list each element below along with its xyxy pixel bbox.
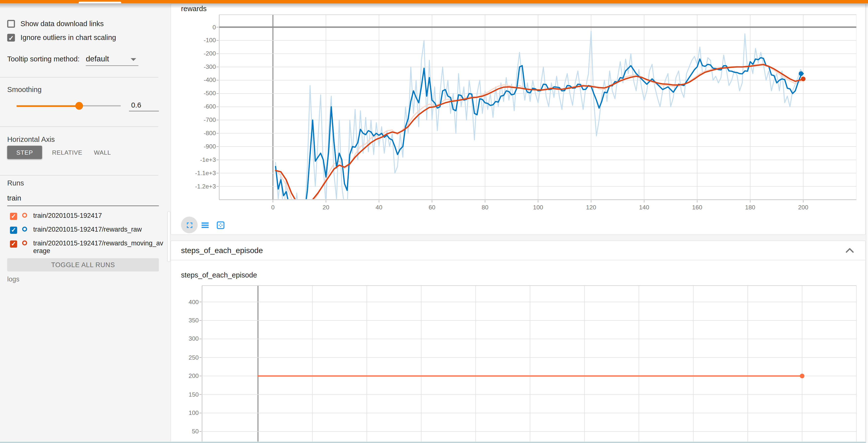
ignore-outliers-checkbox[interactable]: ✓ xyxy=(7,34,15,41)
expand-chart-button[interactable] xyxy=(182,217,197,233)
y-tick-label: 400 xyxy=(166,298,199,305)
steps-section-title: steps_of_each_episode xyxy=(181,246,263,255)
tensorboard-app: Show data download links ✓ Ignore outlie… xyxy=(0,0,868,443)
run-label: train/20201015-192417 xyxy=(33,212,165,219)
smoothing-value-input[interactable] xyxy=(129,101,159,112)
y-tick-label: -800 xyxy=(183,130,216,137)
run-checkbox[interactable]: ✓ xyxy=(10,227,17,234)
bottom-edge-strip xyxy=(0,442,868,443)
x-tick-label: 140 xyxy=(630,204,658,211)
y-tick-label: 250 xyxy=(166,354,199,361)
runs-heading: Runs xyxy=(7,179,24,187)
axis-wall-button[interactable]: WALL xyxy=(90,146,115,159)
show-download-links-row[interactable]: Show data download links xyxy=(7,20,104,28)
active-tab-indicator xyxy=(79,2,121,3)
sidebar-scrollbar-thumb[interactable] xyxy=(167,211,170,262)
run-checkbox[interactable]: ✓ xyxy=(10,240,17,248)
chart-toolbar xyxy=(182,217,228,233)
logs-path-label: logs xyxy=(7,275,19,283)
show-download-links-checkbox[interactable] xyxy=(7,20,15,27)
x-tick-label: 60 xyxy=(418,204,446,211)
toggle-all-runs-button[interactable]: TOGGLE ALL RUNS xyxy=(7,258,159,272)
y-tick-label: -600 xyxy=(183,103,216,110)
y-tick-label: -1.2e+3 xyxy=(183,183,216,189)
ignore-outliers-label: Ignore outliers in chart scaling xyxy=(21,33,116,42)
y-tick-label: 150 xyxy=(166,391,199,397)
y-tick-label: 300 xyxy=(166,335,199,342)
ignore-outliers-row[interactable]: ✓ Ignore outliers in chart scaling xyxy=(7,33,116,42)
x-tick-label: 180 xyxy=(736,204,764,211)
runs-filter-input[interactable] xyxy=(7,194,159,206)
divider xyxy=(0,175,158,176)
steps-chart-canvas[interactable] xyxy=(199,285,859,443)
x-tick-label: 80 xyxy=(471,204,499,211)
rewards-chart-title: rewards xyxy=(181,4,207,13)
collapse-chevron-icon[interactable] xyxy=(845,246,855,255)
smoothing-label: Smoothing xyxy=(7,85,42,94)
y-tick-label: 0 xyxy=(183,24,216,30)
run-label: train/20201015-192417/rewards_raw xyxy=(33,226,165,233)
y-tick-label: -1.1e+3 xyxy=(183,170,216,176)
run-row[interactable]: ✓ train/20201015-192417/rewards_moving_a… xyxy=(10,240,165,255)
steps-section-header[interactable]: steps_of_each_episode xyxy=(170,240,866,261)
x-tick-label: 100 xyxy=(524,204,552,211)
x-tick-label: 40 xyxy=(365,204,393,211)
rewards-chart-canvas[interactable] xyxy=(216,14,857,203)
fullscreen-icon xyxy=(185,220,194,230)
y-tick-label: -500 xyxy=(183,90,216,96)
run-row[interactable]: ✓ train/20201015-192417/rewards_raw xyxy=(10,226,165,234)
x-tick-label: 20 xyxy=(312,204,340,211)
dropdown-arrow-icon xyxy=(131,58,136,61)
y-tick-label: -200 xyxy=(183,50,216,57)
x-tick-label: 120 xyxy=(577,204,605,211)
axis-relative-button[interactable]: RELATIVE xyxy=(49,146,80,159)
horizontal-axis-label: Horizontal Axis xyxy=(7,135,55,144)
run-label: train/20201015-192417/rewards_moving_ave… xyxy=(33,240,165,255)
y-tick-label: -100 xyxy=(183,37,216,43)
runs-selector-button[interactable] xyxy=(197,217,213,233)
steps-chart-title: steps_of_each_episode xyxy=(181,271,257,279)
fit-to-data-icon xyxy=(216,220,225,230)
smoothing-slider-fill xyxy=(17,105,79,107)
y-tick-label: 100 xyxy=(166,409,199,416)
y-tick-label: -1e+3 xyxy=(183,156,216,163)
settings-sidebar: Show data download links ✓ Ignore outlie… xyxy=(0,3,166,443)
x-tick-label: 160 xyxy=(683,204,711,211)
top-toolbar xyxy=(0,0,868,3)
tooltip-sorting-label: Tooltip sorting method: xyxy=(7,55,80,63)
y-tick-label: -900 xyxy=(183,143,216,150)
x-tick-label: 200 xyxy=(789,204,817,211)
x-tick-label: 0 xyxy=(259,204,287,211)
y-tick-label: -300 xyxy=(183,63,216,70)
y-tick-label: 50 xyxy=(166,428,199,435)
run-checkbox[interactable]: ✓ xyxy=(10,213,17,220)
fit-domain-button[interactable] xyxy=(213,217,228,233)
run-color-radio[interactable] xyxy=(22,227,27,232)
divider xyxy=(0,77,158,78)
run-color-radio[interactable] xyxy=(22,213,27,218)
smoothing-slider-knob[interactable] xyxy=(75,102,83,110)
divider xyxy=(0,126,158,127)
run-color-radio[interactable] xyxy=(22,240,27,245)
y-tick-label: 200 xyxy=(166,373,199,379)
main-scrollbar-gutter[interactable] xyxy=(866,3,868,443)
y-tick-label: -400 xyxy=(183,77,216,83)
horizontal-bars-icon xyxy=(200,220,210,230)
run-row[interactable]: ✓ train/20201015-192417 xyxy=(10,212,165,220)
y-tick-label: -700 xyxy=(183,116,216,123)
axis-step-button[interactable]: STEP xyxy=(7,146,42,159)
y-tick-label: 350 xyxy=(166,317,199,324)
show-download-links-label: Show data download links xyxy=(21,20,104,28)
